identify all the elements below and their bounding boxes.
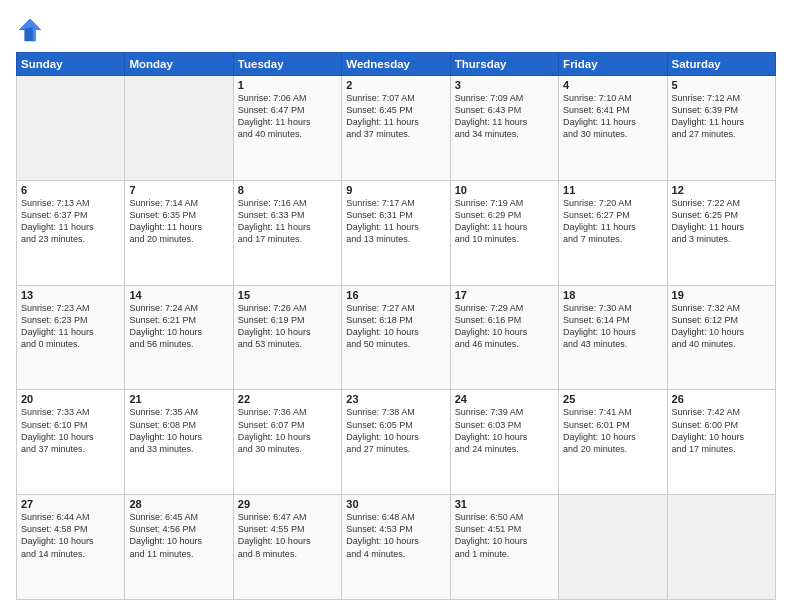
day-number: 30 [346,498,445,510]
calendar-cell: 21Sunrise: 7:35 AM Sunset: 6:08 PM Dayli… [125,390,233,495]
calendar-cell: 30Sunrise: 6:48 AM Sunset: 4:53 PM Dayli… [342,495,450,600]
day-number: 5 [672,79,771,91]
day-number: 4 [563,79,662,91]
day-number: 6 [21,184,120,196]
day-number: 8 [238,184,337,196]
calendar-cell: 14Sunrise: 7:24 AM Sunset: 6:21 PM Dayli… [125,285,233,390]
day-info: Sunrise: 7:32 AM Sunset: 6:12 PM Dayligh… [672,302,771,351]
calendar-cell: 4Sunrise: 7:10 AM Sunset: 6:41 PM Daylig… [559,76,667,181]
day-of-week-monday: Monday [125,53,233,76]
day-info: Sunrise: 7:17 AM Sunset: 6:31 PM Dayligh… [346,197,445,246]
calendar-cell: 19Sunrise: 7:32 AM Sunset: 6:12 PM Dayli… [667,285,775,390]
calendar-cell: 9Sunrise: 7:17 AM Sunset: 6:31 PM Daylig… [342,180,450,285]
calendar-cell [667,495,775,600]
week-row-2: 13Sunrise: 7:23 AM Sunset: 6:23 PM Dayli… [17,285,776,390]
day-number: 29 [238,498,337,510]
day-info: Sunrise: 7:35 AM Sunset: 6:08 PM Dayligh… [129,406,228,455]
calendar-cell: 3Sunrise: 7:09 AM Sunset: 6:43 PM Daylig… [450,76,558,181]
day-info: Sunrise: 7:38 AM Sunset: 6:05 PM Dayligh… [346,406,445,455]
day-info: Sunrise: 7:27 AM Sunset: 6:18 PM Dayligh… [346,302,445,351]
day-number: 3 [455,79,554,91]
calendar-cell: 26Sunrise: 7:42 AM Sunset: 6:00 PM Dayli… [667,390,775,495]
calendar-cell: 11Sunrise: 7:20 AM Sunset: 6:27 PM Dayli… [559,180,667,285]
day-number: 19 [672,289,771,301]
calendar-cell: 1Sunrise: 7:06 AM Sunset: 6:47 PM Daylig… [233,76,341,181]
calendar-header: SundayMondayTuesdayWednesdayThursdayFrid… [17,53,776,76]
generalblue-icon [16,16,44,44]
day-info: Sunrise: 6:47 AM Sunset: 4:55 PM Dayligh… [238,511,337,560]
day-info: Sunrise: 7:13 AM Sunset: 6:37 PM Dayligh… [21,197,120,246]
day-info: Sunrise: 7:29 AM Sunset: 6:16 PM Dayligh… [455,302,554,351]
day-of-week-tuesday: Tuesday [233,53,341,76]
calendar-cell: 25Sunrise: 7:41 AM Sunset: 6:01 PM Dayli… [559,390,667,495]
day-number: 13 [21,289,120,301]
day-number: 31 [455,498,554,510]
calendar-cell: 28Sunrise: 6:45 AM Sunset: 4:56 PM Dayli… [125,495,233,600]
day-number: 12 [672,184,771,196]
day-number: 22 [238,393,337,405]
day-info: Sunrise: 7:39 AM Sunset: 6:03 PM Dayligh… [455,406,554,455]
day-number: 25 [563,393,662,405]
calendar-cell: 18Sunrise: 7:30 AM Sunset: 6:14 PM Dayli… [559,285,667,390]
day-info: Sunrise: 7:26 AM Sunset: 6:19 PM Dayligh… [238,302,337,351]
calendar-cell: 13Sunrise: 7:23 AM Sunset: 6:23 PM Dayli… [17,285,125,390]
calendar-cell: 29Sunrise: 6:47 AM Sunset: 4:55 PM Dayli… [233,495,341,600]
day-number: 14 [129,289,228,301]
calendar-cell [125,76,233,181]
day-number: 20 [21,393,120,405]
day-info: Sunrise: 7:36 AM Sunset: 6:07 PM Dayligh… [238,406,337,455]
day-info: Sunrise: 7:14 AM Sunset: 6:35 PM Dayligh… [129,197,228,246]
calendar-cell: 12Sunrise: 7:22 AM Sunset: 6:25 PM Dayli… [667,180,775,285]
day-header-row: SundayMondayTuesdayWednesdayThursdayFrid… [17,53,776,76]
day-info: Sunrise: 6:50 AM Sunset: 4:51 PM Dayligh… [455,511,554,560]
day-of-week-wednesday: Wednesday [342,53,450,76]
day-info: Sunrise: 7:41 AM Sunset: 6:01 PM Dayligh… [563,406,662,455]
calendar-cell: 2Sunrise: 7:07 AM Sunset: 6:45 PM Daylig… [342,76,450,181]
day-info: Sunrise: 7:12 AM Sunset: 6:39 PM Dayligh… [672,92,771,141]
calendar-cell [17,76,125,181]
day-number: 26 [672,393,771,405]
day-number: 17 [455,289,554,301]
day-of-week-friday: Friday [559,53,667,76]
logo [16,16,46,44]
day-info: Sunrise: 7:07 AM Sunset: 6:45 PM Dayligh… [346,92,445,141]
week-row-4: 27Sunrise: 6:44 AM Sunset: 4:58 PM Dayli… [17,495,776,600]
day-number: 2 [346,79,445,91]
day-number: 24 [455,393,554,405]
calendar-cell: 7Sunrise: 7:14 AM Sunset: 6:35 PM Daylig… [125,180,233,285]
week-row-3: 20Sunrise: 7:33 AM Sunset: 6:10 PM Dayli… [17,390,776,495]
day-info: Sunrise: 7:23 AM Sunset: 6:23 PM Dayligh… [21,302,120,351]
calendar-table: SundayMondayTuesdayWednesdayThursdayFrid… [16,52,776,600]
day-info: Sunrise: 7:22 AM Sunset: 6:25 PM Dayligh… [672,197,771,246]
day-number: 1 [238,79,337,91]
day-number: 15 [238,289,337,301]
day-number: 27 [21,498,120,510]
day-info: Sunrise: 6:45 AM Sunset: 4:56 PM Dayligh… [129,511,228,560]
calendar-cell: 15Sunrise: 7:26 AM Sunset: 6:19 PM Dayli… [233,285,341,390]
day-of-week-sunday: Sunday [17,53,125,76]
day-number: 18 [563,289,662,301]
day-info: Sunrise: 7:10 AM Sunset: 6:41 PM Dayligh… [563,92,662,141]
calendar-cell: 23Sunrise: 7:38 AM Sunset: 6:05 PM Dayli… [342,390,450,495]
day-info: Sunrise: 7:19 AM Sunset: 6:29 PM Dayligh… [455,197,554,246]
calendar-body: 1Sunrise: 7:06 AM Sunset: 6:47 PM Daylig… [17,76,776,600]
calendar-cell: 8Sunrise: 7:16 AM Sunset: 6:33 PM Daylig… [233,180,341,285]
day-info: Sunrise: 7:09 AM Sunset: 6:43 PM Dayligh… [455,92,554,141]
calendar-cell: 16Sunrise: 7:27 AM Sunset: 6:18 PM Dayli… [342,285,450,390]
week-row-1: 6Sunrise: 7:13 AM Sunset: 6:37 PM Daylig… [17,180,776,285]
day-info: Sunrise: 7:30 AM Sunset: 6:14 PM Dayligh… [563,302,662,351]
day-info: Sunrise: 7:20 AM Sunset: 6:27 PM Dayligh… [563,197,662,246]
day-number: 10 [455,184,554,196]
calendar-cell: 6Sunrise: 7:13 AM Sunset: 6:37 PM Daylig… [17,180,125,285]
day-of-week-saturday: Saturday [667,53,775,76]
day-number: 7 [129,184,228,196]
page: SundayMondayTuesdayWednesdayThursdayFrid… [0,0,792,612]
day-number: 28 [129,498,228,510]
calendar-cell: 20Sunrise: 7:33 AM Sunset: 6:10 PM Dayli… [17,390,125,495]
calendar-cell: 5Sunrise: 7:12 AM Sunset: 6:39 PM Daylig… [667,76,775,181]
week-row-0: 1Sunrise: 7:06 AM Sunset: 6:47 PM Daylig… [17,76,776,181]
calendar-cell [559,495,667,600]
day-info: Sunrise: 7:42 AM Sunset: 6:00 PM Dayligh… [672,406,771,455]
calendar-cell: 24Sunrise: 7:39 AM Sunset: 6:03 PM Dayli… [450,390,558,495]
day-info: Sunrise: 7:16 AM Sunset: 6:33 PM Dayligh… [238,197,337,246]
